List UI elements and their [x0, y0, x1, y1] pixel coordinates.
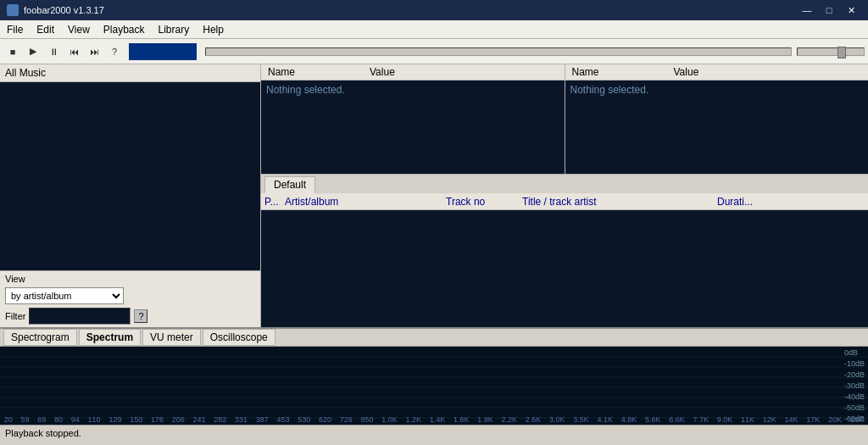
- library-tree[interactable]: [0, 82, 260, 270]
- filter-input[interactable]: [29, 308, 131, 325]
- view-label: View: [5, 274, 255, 284]
- volume-thumb[interactable]: [837, 47, 846, 58]
- status-bar: Playback stopped.: [0, 425, 868, 440]
- viz-tab-spectrum[interactable]: Spectrum: [79, 329, 141, 346]
- freq-16k: 1.6K: [453, 415, 470, 424]
- freq-387: 387: [256, 415, 269, 424]
- filter-label: Filter: [5, 311, 25, 321]
- freq-282: 282: [214, 415, 226, 424]
- view-select[interactable]: by artist/album: [5, 287, 124, 304]
- title-bar-controls[interactable]: — □ ✕: [797, 2, 861, 19]
- freq-1k: 1.0K: [381, 415, 398, 424]
- freq-90k: 9.0K: [717, 415, 733, 424]
- freq-850: 850: [361, 415, 374, 424]
- freq-26k: 2.6K: [526, 415, 542, 424]
- freq-110: 110: [88, 415, 101, 424]
- prev-button[interactable]: ⏮: [64, 42, 83, 61]
- freq-80: 80: [54, 415, 63, 424]
- freq-453: 453: [277, 415, 290, 424]
- volume-track[interactable]: [797, 47, 865, 56]
- db-label-40: -40dB: [844, 392, 865, 401]
- db-label-0: 0dB: [844, 348, 865, 357]
- filter-controls: Filter ?: [5, 308, 255, 325]
- menu-library[interactable]: Library: [152, 20, 197, 38]
- props-header-right: Name Value: [565, 64, 869, 81]
- right-panel: Name Value Nothing selected. Name Value …: [261, 64, 868, 327]
- playlist-tab-default[interactable]: Default: [264, 176, 315, 193]
- freq-labels: 20 59 69 80 94 110 129 150 176 206 241 2…: [0, 415, 868, 425]
- freq-77k: 7.7K: [693, 415, 709, 424]
- freq-620: 620: [319, 415, 331, 424]
- menu-help[interactable]: Help: [196, 20, 231, 38]
- freq-206: 206: [172, 415, 185, 424]
- freq-11k: 11K: [741, 415, 754, 424]
- freq-176: 176: [151, 415, 164, 424]
- playlist-tabs: Default: [261, 175, 868, 193]
- freq-20kk: 20K: [828, 415, 842, 424]
- app-title: foobar2000 v1.3.17: [24, 5, 104, 15]
- close-button[interactable]: ✕: [841, 2, 861, 19]
- freq-726: 726: [340, 415, 353, 424]
- maximize-button[interactable]: □: [819, 2, 839, 19]
- freq-94: 94: [71, 415, 80, 424]
- playlist-col-track[interactable]: Track no: [442, 193, 519, 209]
- viz-content[interactable]: 0dB -10dB -20dB -30dB -40dB -50dB -60dB …: [0, 347, 868, 425]
- playlist-col-duration[interactable]: Durati...: [714, 193, 868, 209]
- db-label-30: -30dB: [844, 381, 865, 390]
- next-button[interactable]: ⏭: [85, 42, 103, 61]
- freq-22k: 2.2K: [502, 415, 518, 424]
- props-name-col-right: Name: [569, 66, 670, 78]
- menu-edit[interactable]: Edit: [30, 20, 61, 38]
- props-panel-right: Name Value Nothing selected.: [565, 64, 869, 174]
- minimize-button[interactable]: —: [797, 2, 817, 19]
- menu-file[interactable]: File: [0, 20, 30, 38]
- main-area: All Music View by artist/album Filter ? …: [0, 64, 868, 327]
- left-panel: All Music View by artist/album Filter ?: [0, 64, 261, 327]
- freq-41k: 4.1K: [598, 415, 614, 424]
- props-value-col-left: Value: [366, 66, 561, 78]
- menu-playback[interactable]: Playback: [97, 20, 152, 38]
- playlist-col-title[interactable]: Title / track artist: [519, 193, 714, 209]
- library-footer: View by artist/album Filter ?: [0, 270, 260, 327]
- freq-19k: 1.9K: [477, 415, 493, 424]
- freq-12k: 1.2K: [406, 415, 422, 424]
- spectrum-svg: [0, 347, 868, 425]
- viz-tabs: Spectrogram Spectrum VU meter Oscillosco…: [0, 328, 868, 347]
- playlist-body[interactable]: [261, 210, 868, 327]
- progress-track[interactable]: [205, 47, 792, 56]
- freq-66k: 6.6K: [669, 415, 685, 424]
- shuffle-button[interactable]: ?: [105, 42, 124, 61]
- playlist-col-num[interactable]: P...: [261, 193, 281, 209]
- pause-button[interactable]: ⏸: [44, 42, 63, 61]
- props-name-col-left: Name: [264, 66, 366, 78]
- menu-view[interactable]: View: [61, 20, 97, 38]
- freq-23k: 23K: [850, 415, 864, 424]
- freq-129: 129: [108, 415, 121, 424]
- now-playing-bar: [129, 43, 197, 60]
- viz-tab-spectrogram[interactable]: Spectrogram: [3, 329, 77, 346]
- props-value-col-right: Value: [670, 66, 865, 78]
- db-labels: 0dB -10dB -20dB -30dB -40dB -50dB -60dB: [844, 347, 865, 425]
- freq-69: 69: [37, 415, 46, 424]
- freq-17k: 17K: [806, 415, 820, 424]
- play-button[interactable]: ▶: [24, 42, 42, 61]
- freq-35k: 3.5K: [573, 415, 589, 424]
- stop-button[interactable]: ■: [3, 42, 22, 61]
- props-panel-left: Name Value Nothing selected.: [261, 64, 565, 174]
- playlist-col-artist[interactable]: Artist/album: [281, 193, 442, 209]
- freq-14kk: 14K: [785, 415, 798, 424]
- filter-help-button[interactable]: ?: [134, 309, 147, 323]
- props-body-right: Nothing selected.: [565, 81, 869, 174]
- viz-tab-vu-meter[interactable]: VU meter: [142, 329, 201, 346]
- freq-331: 331: [235, 415, 248, 424]
- menu-bar: File Edit View Playback Library Help: [0, 20, 868, 39]
- playlist-area: Default P... Artist/album Track no Title…: [261, 175, 868, 327]
- app-icon: [7, 4, 19, 16]
- viz-tab-oscilloscope[interactable]: Oscilloscope: [203, 329, 275, 346]
- filter-row: by artist/album: [5, 287, 255, 304]
- db-label-10: -10dB: [844, 359, 865, 368]
- visualizer-section: Spectrogram Spectrum VU meter Oscillosco…: [0, 327, 868, 425]
- props-header-left: Name Value: [261, 64, 565, 81]
- freq-20: 20: [4, 415, 13, 424]
- freq-150: 150: [130, 415, 142, 424]
